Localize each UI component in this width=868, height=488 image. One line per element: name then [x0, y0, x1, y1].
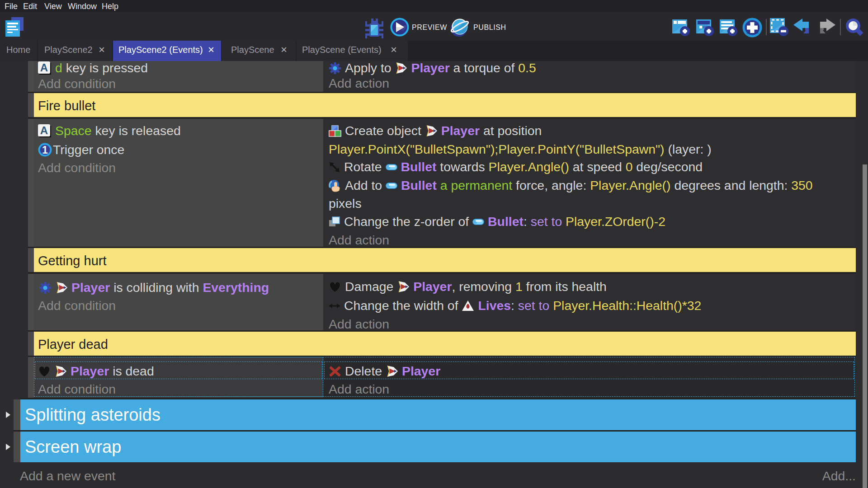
svg-text:1: 1 [42, 144, 48, 156]
svg-text:A: A [40, 124, 48, 136]
svg-text:A: A [40, 61, 48, 74]
